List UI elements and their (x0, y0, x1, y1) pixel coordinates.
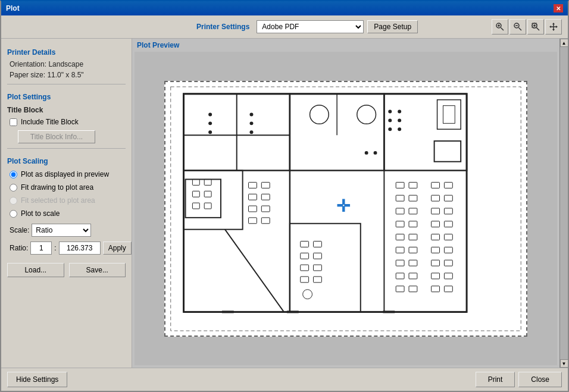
scroll-down-arrow[interactable]: ▼ (560, 359, 568, 368)
scale-label: Scale: (10, 226, 29, 234)
close-button[interactable]: Close (518, 372, 562, 387)
orientation-label: Orientation: (10, 60, 46, 68)
svg-rect-33 (443, 105, 455, 123)
svg-text:✛: ✛ (336, 196, 351, 215)
plot-preview-label: Plot Preview (132, 39, 559, 52)
plot-window: Plot ✕ Printer Settings Adobe PDF Page S… (0, 0, 569, 392)
paper-size-value: 11.0" x 8.5" (47, 71, 83, 79)
radio-fit-drawing-label: Fit drawing to plot area (21, 183, 93, 192)
scroll-track (560, 47, 568, 359)
svg-point-101 (208, 130, 212, 134)
plot-settings-title: Plot Settings (7, 93, 126, 101)
include-title-block-row: Include Title Block (7, 118, 126, 126)
title-block-subtitle: Title Block (7, 106, 126, 114)
ratio-input-1[interactable]: 1 (30, 242, 52, 255)
svg-point-109 (398, 118, 401, 122)
floorplan-container: ✛ (164, 81, 527, 337)
ratio-row: Ratio: 1 : 126.373 Apply (7, 242, 126, 255)
divider-2 (7, 148, 126, 149)
radio-plot-scale-row: Plot to scale (7, 209, 126, 218)
svg-rect-97 (287, 311, 299, 313)
hide-settings-button[interactable]: Hide Settings (7, 372, 67, 387)
orientation-value: Landscape (48, 60, 83, 68)
radio-preview-row: Plot as displayed in preview (7, 170, 126, 178)
zoom-fit-button[interactable] (527, 19, 544, 35)
svg-marker-15 (552, 29, 555, 31)
svg-point-107 (388, 127, 392, 131)
svg-line-5 (519, 28, 522, 31)
svg-point-105 (388, 109, 392, 113)
include-title-block-checkbox[interactable] (10, 118, 17, 126)
bottom-right-buttons: Print Close (476, 372, 562, 387)
preview-area: Plot Preview (132, 39, 559, 368)
save-button[interactable]: Save... (69, 263, 126, 277)
svg-point-102 (250, 112, 254, 116)
apply-button[interactable]: Apply (103, 242, 132, 255)
zoom-in-button[interactable] (492, 19, 508, 35)
divider-1 (7, 84, 126, 84)
load-button[interactable]: Load... (7, 263, 64, 277)
svg-marker-16 (549, 26, 551, 28)
zoom-out-button[interactable] (509, 19, 526, 35)
nav-buttons (492, 19, 562, 35)
scroll-up-arrow[interactable]: ▲ (560, 39, 568, 47)
svg-rect-96 (222, 311, 234, 313)
title-block-info-button[interactable]: Title Block Info... (18, 130, 95, 143)
ratio-input-2[interactable]: 126.373 (59, 242, 101, 255)
radio-fit-selected-label: Fit selected to plot area (21, 196, 95, 205)
scale-select[interactable]: Ratio (32, 224, 91, 237)
radio-preview[interactable] (10, 171, 17, 178)
window-close-button[interactable]: ✕ (554, 4, 563, 12)
print-button[interactable]: Print (476, 372, 515, 387)
ratio-label: Ratio: (10, 244, 28, 252)
top-bar: Printer Settings Adobe PDF Page Setup (1, 15, 568, 39)
floorplan-svg: ✛ (165, 82, 526, 335)
pan-button[interactable] (545, 19, 562, 35)
svg-point-103 (250, 121, 254, 125)
paper-size-label: Paper size: (10, 71, 45, 79)
left-panel: Printer Details Orientation: Landscape P… (1, 39, 132, 368)
svg-rect-98 (383, 311, 395, 313)
svg-point-106 (388, 118, 392, 122)
radio-fit-selected-row: Fit selected to plot area (7, 196, 126, 205)
main-content: Printer Details Orientation: Landscape P… (1, 39, 568, 368)
ratio-separator: : (54, 244, 56, 252)
svg-marker-14 (552, 23, 555, 24)
scrollbar-right: ▲ ▼ (559, 39, 568, 368)
orientation-row: Orientation: Landscape (7, 60, 126, 68)
svg-point-100 (208, 121, 212, 125)
paper-size-row: Paper size: 11.0" x 8.5" (7, 71, 126, 79)
svg-line-1 (501, 28, 504, 31)
radio-fit-selected[interactable] (10, 197, 17, 205)
svg-point-108 (398, 109, 401, 113)
page-setup-button[interactable]: Page Setup (367, 20, 418, 33)
printer-select-wrap: Adobe PDF Page Setup (257, 20, 418, 33)
title-bar: Plot ✕ (1, 1, 568, 15)
plot-scaling-title: Plot Scaling (7, 157, 126, 165)
svg-marker-17 (556, 26, 558, 28)
svg-point-112 (374, 150, 377, 154)
window-title: Plot (6, 4, 20, 12)
bottom-left-buttons: Load... Save... (7, 263, 126, 277)
radio-plot-to-scale[interactable] (10, 210, 17, 218)
svg-point-110 (398, 127, 401, 131)
radio-preview-label: Plot as displayed in preview (21, 170, 109, 178)
radio-plot-to-scale-label: Plot to scale (21, 209, 60, 218)
printer-select[interactable]: Adobe PDF (257, 20, 364, 33)
preview-canvas: ✛ (135, 52, 557, 365)
scale-row: Scale: Ratio (7, 224, 126, 237)
include-title-block-label: Include Title Block (21, 118, 79, 126)
svg-point-104 (250, 130, 254, 134)
svg-point-111 (365, 150, 368, 154)
printer-settings-label: Printer Settings (196, 23, 249, 31)
radio-fit-drawing[interactable] (10, 184, 17, 192)
radio-fit-drawing-row: Fit drawing to plot area (7, 183, 126, 192)
printer-details-title: Printer Details (7, 48, 126, 57)
bottom-bar: Hide Settings Print Close (1, 368, 568, 391)
svg-point-99 (208, 112, 212, 116)
